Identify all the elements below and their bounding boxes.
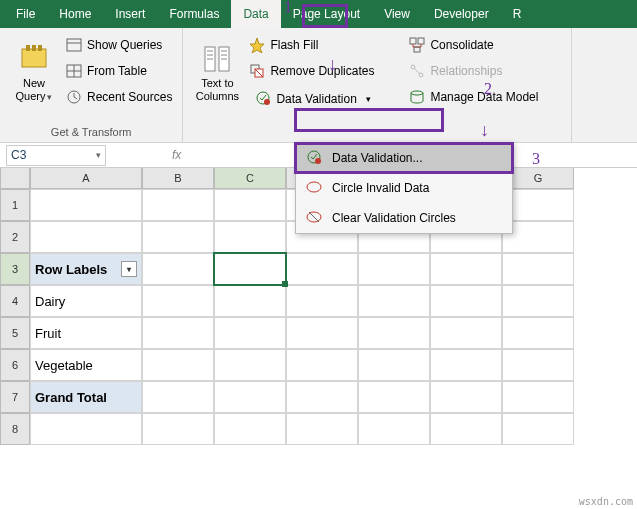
cell-c5[interactable] [214,317,286,349]
tab-file[interactable]: File [4,0,47,28]
row-header-4[interactable]: 4 [0,285,30,317]
cell-e7[interactable] [358,381,430,413]
cell-d3[interactable] [286,253,358,285]
ribbon-tabs: File Home Insert Formulas Data Page Layo… [0,0,637,28]
flash-fill-label: Flash Fill [270,38,318,52]
svg-rect-18 [418,38,424,44]
data-validation-menu-icon [306,149,322,168]
remove-duplicates-button[interactable]: Remove Duplicates [249,60,401,82]
cell-c2[interactable] [214,221,286,253]
cell-b1[interactable] [142,189,214,221]
cell-a3[interactable]: Row Labels▾ [30,253,142,285]
cell-g5[interactable] [502,317,574,349]
cell-f6[interactable] [430,349,502,381]
tab-home[interactable]: Home [47,0,103,28]
menu-item-data-validation[interactable]: Data Validation... [296,143,512,173]
cell-c4[interactable] [214,285,286,317]
cell-d4[interactable] [286,285,358,317]
flash-fill-icon [249,37,265,53]
cell-d5[interactable] [286,317,358,349]
name-box-caret-icon[interactable]: ▾ [96,150,101,160]
cell-a1[interactable] [30,189,142,221]
row-header-6[interactable]: 6 [0,349,30,381]
cell-c6[interactable] [214,349,286,381]
new-query-button[interactable]: New Query [6,32,62,114]
cell-f5[interactable] [430,317,502,349]
data-validation-dropdown-caret[interactable]: ▾ [362,94,375,104]
cell-e4[interactable] [358,285,430,317]
cell-f7[interactable] [430,381,502,413]
tab-data[interactable]: Data [231,0,280,28]
tab-view[interactable]: View [372,0,422,28]
menu-item-clear-circles[interactable]: Clear Validation Circles [296,203,512,233]
cell-e8[interactable] [358,413,430,445]
cell-b8[interactable] [142,413,214,445]
cell-e6[interactable] [358,349,430,381]
tab-extra[interactable]: R [501,0,534,28]
menu-item-circle-invalid[interactable]: Circle Invalid Data [296,173,512,203]
svg-point-25 [315,158,321,164]
relationships-icon [409,63,425,79]
tab-insert[interactable]: Insert [103,0,157,28]
annotation-arrow-1: ↓ [328,54,337,75]
cell-a7[interactable]: Grand Total [30,381,142,413]
cell-f4[interactable] [430,285,502,317]
remove-duplicates-icon [249,63,265,79]
cell-a6[interactable]: Vegetable [30,349,142,381]
cell-d8[interactable] [286,413,358,445]
cell-b2[interactable] [142,221,214,253]
col-header-b[interactable]: B [142,168,214,189]
cell-b6[interactable] [142,349,214,381]
row-header-8[interactable]: 8 [0,413,30,445]
cell-b4[interactable] [142,285,214,317]
cell-g8[interactable] [502,413,574,445]
cell-a2[interactable] [30,221,142,253]
cell-b3[interactable] [142,253,214,285]
cell-f8[interactable] [430,413,502,445]
cell-d6[interactable] [286,349,358,381]
recent-sources-button[interactable]: Recent Sources [66,86,172,108]
cell-a8[interactable] [30,413,142,445]
row-header-3[interactable]: 3 [0,253,30,285]
filter-button-a3[interactable]: ▾ [121,261,137,277]
data-validation-menu: Data Validation... Circle Invalid Data C… [295,142,513,234]
cell-e5[interactable] [358,317,430,349]
row-header-1[interactable]: 1 [0,189,30,221]
consolidate-button[interactable]: Consolidate [409,34,561,56]
cell-g4[interactable] [502,285,574,317]
text-to-columns-button[interactable]: Text to Columns [189,32,245,114]
cell-c3[interactable] [214,253,286,285]
relationships-label: Relationships [430,64,502,78]
svg-rect-4 [67,39,81,51]
cell-c7[interactable] [214,381,286,413]
tab-page-layout[interactable]: Page Layout [281,0,372,28]
name-box[interactable]: C3 ▾ [6,145,106,166]
row-header-5[interactable]: 5 [0,317,30,349]
watermark: wsxdn.com [579,496,633,507]
data-validation-button[interactable]: Data Validation ▾ [249,86,401,112]
show-queries-button[interactable]: Show Queries [66,34,172,56]
cell-g3[interactable] [502,253,574,285]
col-header-a[interactable]: A [30,168,142,189]
cell-e3[interactable] [358,253,430,285]
col-header-c[interactable]: C [214,168,286,189]
fx-label[interactable]: fx [162,148,191,162]
cell-b7[interactable] [142,381,214,413]
cell-a4[interactable]: Dairy [30,285,142,317]
cell-f3[interactable] [430,253,502,285]
cell-g6[interactable] [502,349,574,381]
cell-g7[interactable] [502,381,574,413]
cell-d7[interactable] [286,381,358,413]
tab-developer[interactable]: Developer [422,0,501,28]
row-header-7[interactable]: 7 [0,381,30,413]
cell-a5[interactable]: Fruit [30,317,142,349]
cell-c1[interactable] [214,189,286,221]
svg-rect-2 [32,45,36,51]
select-all-corner[interactable] [0,168,30,189]
from-table-button[interactable]: From Table [66,60,172,82]
flash-fill-button[interactable]: Flash Fill [249,34,401,56]
cell-b5[interactable] [142,317,214,349]
cell-c8[interactable] [214,413,286,445]
row-header-2[interactable]: 2 [0,221,30,253]
tab-formulas[interactable]: Formulas [157,0,231,28]
